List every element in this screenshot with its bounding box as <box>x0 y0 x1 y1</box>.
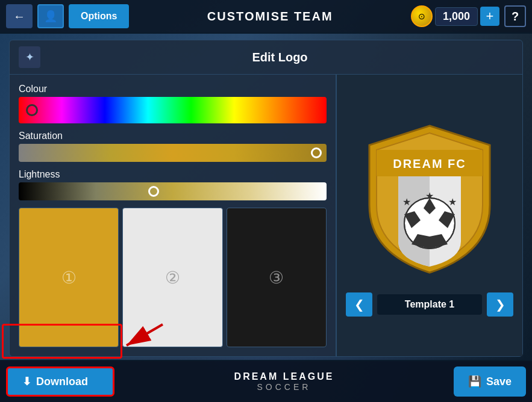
page-title: CUSTOMISE TEAM <box>134 10 406 23</box>
swatches-row: ① ② ③ <box>19 208 327 347</box>
chevron-left-icon: ❮ <box>354 297 365 312</box>
coins-area: ⊙ 1,000 + <box>411 5 499 27</box>
template-nav: ❮ Template 1 ❯ <box>346 292 513 317</box>
chevron-right-icon: ❯ <box>495 297 505 312</box>
preview-side: DREAM FC ★ ★ ★ <box>336 75 522 356</box>
colour-selector <box>26 104 38 116</box>
brand-logo: DREAM LEAGUE SOCCER <box>114 371 454 392</box>
team-shield: DREAM FC ★ ★ ★ <box>357 121 502 277</box>
download-icon: ⬇ <box>22 375 31 388</box>
question-icon: ? <box>512 10 519 23</box>
template-next-button[interactable]: ❯ <box>487 292 513 317</box>
panel-body: Colour Saturation Lightness <box>10 75 522 356</box>
edit-logo-icon: ✦ <box>19 46 40 68</box>
swatch-2[interactable]: ② <box>122 208 222 347</box>
download-label: Download <box>36 376 88 388</box>
options-button[interactable]: Options <box>69 4 129 28</box>
template-label: Template 1 <box>377 294 482 315</box>
template-prev-button[interactable]: ❮ <box>346 292 372 317</box>
colour-label: Colour <box>19 84 327 94</box>
star-center: ★ <box>425 191 434 201</box>
lightness-selector <box>148 186 159 197</box>
star-left: ★ <box>402 197 411 207</box>
main-panel: ✦ Edit Logo Colour Saturation Lightn <box>9 40 523 357</box>
options-label: Options <box>81 11 117 21</box>
coin-icon: ⊙ <box>411 5 433 27</box>
swatch-1-number: ① <box>61 268 77 288</box>
plus-icon: + <box>486 8 494 24</box>
saturation-selector <box>311 147 322 158</box>
lightness-bar[interactable] <box>19 182 327 200</box>
back-button[interactable]: ← <box>6 4 33 28</box>
save-icon: 💾 <box>468 375 481 388</box>
topbar: ← 👤 Options CUSTOMISE TEAM ⊙ 1,000 + ? <box>0 0 532 34</box>
saturation-section: Saturation <box>19 131 327 162</box>
save-label: Save <box>486 376 512 388</box>
swatch-3[interactable]: ③ <box>227 208 327 347</box>
colour-section: Colour <box>19 84 327 123</box>
team-name-text: DREAM FC <box>393 157 466 170</box>
add-coins-button[interactable]: + <box>480 7 499 26</box>
manager-icon: 👤 <box>44 10 57 23</box>
swatch-1[interactable]: ① <box>19 208 119 347</box>
save-button[interactable]: 💾 Save <box>454 366 526 397</box>
manager-button[interactable]: 👤 <box>37 4 64 28</box>
brand-soccer: SOCCER <box>257 382 311 392</box>
panel-title: Edit Logo <box>46 51 513 64</box>
star-right: ★ <box>448 197 457 207</box>
logo-preview: DREAM FC ★ ★ ★ <box>351 115 508 283</box>
panel-header: ✦ Edit Logo <box>10 40 522 75</box>
swatch-2-number: ② <box>165 268 180 288</box>
brand-dream-league: DREAM LEAGUE <box>234 371 334 382</box>
controls-side: Colour Saturation Lightness <box>10 75 336 356</box>
lightness-section: Lightness <box>19 169 327 200</box>
help-button[interactable]: ? <box>504 5 526 27</box>
swatch-3-number: ③ <box>269 268 284 288</box>
saturation-label: Saturation <box>19 131 327 141</box>
lightness-label: Lightness <box>19 169 327 180</box>
colour-bar[interactable] <box>19 97 327 123</box>
download-button[interactable]: ⬇ Download <box>6 366 114 397</box>
back-icon: ← <box>13 10 25 23</box>
saturation-bar[interactable] <box>19 144 327 162</box>
bottom-bar: ⬇ Download DREAM LEAGUE SOCCER 💾 Save <box>0 360 532 402</box>
coins-count: 1,000 <box>435 7 478 26</box>
